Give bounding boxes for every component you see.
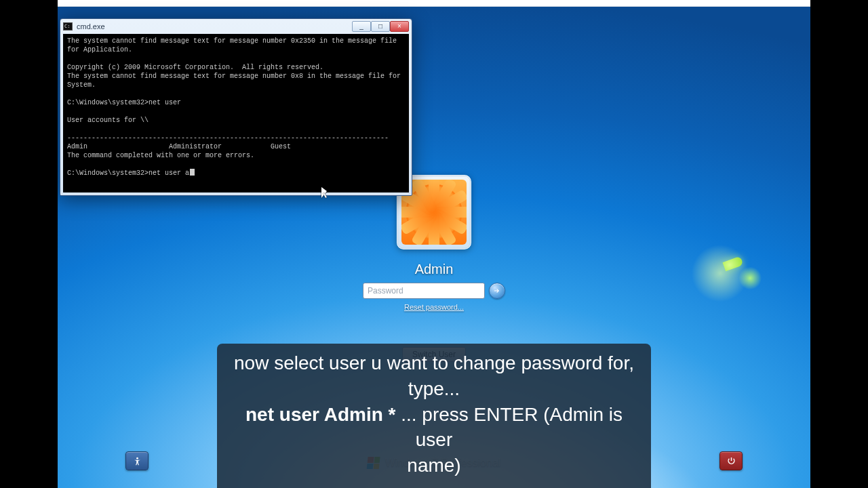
mouse-pointer-icon (321, 187, 330, 199)
stage: Admin Reset password... Switch User Wind… (0, 0, 868, 488)
cmd-window[interactable]: cmd.exe _ □ × The system cannot find mes… (60, 18, 412, 196)
power-icon (726, 456, 736, 466)
caption-line-2b: ... press ENTER (Admin is user (395, 404, 623, 451)
cmd-line: The command completed with one or more e… (67, 152, 254, 159)
browser-top-crop (58, 0, 810, 7)
ease-of-access-button[interactable] (125, 451, 149, 470)
subtitle-caption: now select user u want to change passwor… (217, 344, 651, 488)
cmd-title: cmd.exe (77, 22, 352, 30)
cmd-line: The system cannot find message text for … (67, 37, 401, 54)
reset-password-link[interactable]: Reset password... (363, 303, 505, 311)
caption-bold-cmd: net user Admin * (245, 404, 395, 425)
caption-line-1: now select user u want to change passwor… (234, 352, 634, 399)
submit-arrow-button[interactable] (489, 283, 505, 299)
decor-leaf (722, 256, 743, 271)
username-label: Admin (363, 262, 505, 277)
cmd-titlebar[interactable]: cmd.exe _ □ × (60, 19, 412, 34)
svg-point-0 (136, 457, 138, 459)
caption-line-3: name) (407, 455, 460, 476)
cmd-icon (63, 22, 73, 30)
close-button[interactable]: × (390, 21, 409, 32)
cmd-line: The system cannot find message text for … (67, 73, 405, 89)
password-input[interactable] (363, 283, 485, 299)
minimize-button[interactable]: _ (352, 21, 371, 32)
cmd-line: Copyright (c) 2009 Microsoft Corporation… (67, 64, 323, 71)
cmd-line: User accounts for \\ (67, 117, 149, 124)
power-button[interactable] (719, 451, 743, 470)
accessibility-icon (132, 456, 142, 466)
cmd-rule: ----------------------------------------… (67, 134, 389, 142)
cmd-accounts-row: Admin Administrator Guest (67, 143, 291, 150)
cmd-output[interactable]: The system cannot find message text for … (63, 34, 409, 192)
arrow-right-icon (493, 287, 501, 295)
window-controls: _ □ × (352, 21, 409, 32)
cmd-prompt: C:\Windows\system32>net user a (67, 169, 189, 177)
maximize-button[interactable]: □ (371, 21, 390, 32)
cmd-cursor (190, 169, 195, 176)
password-row (363, 283, 505, 299)
cmd-line: C:\Windows\system32>net user (67, 99, 181, 106)
